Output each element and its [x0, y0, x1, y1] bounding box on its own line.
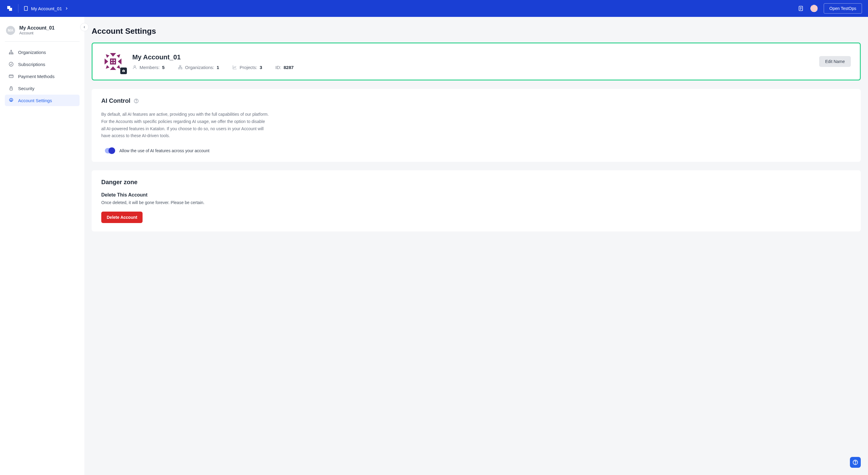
ai-control-title: AI Control [101, 97, 851, 104]
svg-rect-40 [181, 68, 182, 69]
svg-rect-30 [111, 62, 113, 63]
org-icon [178, 65, 183, 70]
ai-features-toggle[interactable] [105, 148, 115, 153]
main-content: Account Settings [84, 17, 868, 475]
sitemap-icon [8, 50, 14, 55]
lock-icon [8, 86, 14, 91]
sidebar-item-subscriptions[interactable]: Subscriptions [5, 59, 80, 70]
ai-control-title-text: AI Control [101, 97, 130, 104]
stat-members: Members: 5 [132, 65, 164, 70]
stat-value: 8287 [284, 65, 293, 70]
building-icon [23, 6, 29, 11]
account-identicon [101, 50, 124, 73]
edit-name-button[interactable]: Edit Name [819, 56, 851, 67]
svg-point-46 [136, 102, 136, 102]
ai-toggle-row: Allow the use of AI features across your… [101, 148, 851, 153]
svg-point-11 [11, 53, 12, 54]
svg-point-37 [134, 66, 135, 67]
stat-label: ID: [276, 65, 281, 70]
help-widget-button[interactable] [850, 457, 861, 468]
stat-label: Projects: [240, 65, 257, 70]
account-summary-card: My Account_01 Members: 5 [92, 42, 861, 81]
svg-point-18 [9, 62, 13, 66]
account-name: My Account_01 [132, 53, 811, 61]
stat-projects: Projects: 3 [232, 65, 262, 70]
user-avatar[interactable] [810, 5, 818, 12]
danger-zone-title: Danger zone [101, 179, 851, 186]
stats-row: Members: 5 Organizations: 1 [132, 65, 811, 70]
sidebar-item-label: Payment Methods [18, 74, 55, 79]
open-testops-button[interactable]: Open TestOps [824, 3, 862, 13]
svg-point-10 [9, 53, 10, 54]
sidebar-item-organizations[interactable]: Organizations [5, 46, 80, 58]
header-divider [18, 4, 19, 13]
chart-icon [232, 65, 237, 70]
stat-id: ID: 8287 [276, 65, 294, 70]
stat-value: 1 [217, 65, 219, 70]
sidebar-item-label: Account Settings [18, 98, 52, 103]
credit-card-icon [8, 73, 14, 79]
app-logo[interactable] [6, 5, 13, 12]
delete-account-description: Once deleted, it will be gone forever. P… [101, 200, 851, 205]
collapse-sidebar-button[interactable] [80, 23, 89, 31]
svg-point-12 [12, 53, 13, 54]
breadcrumb-text: My Account_01 [31, 6, 62, 11]
svg-marker-23 [110, 53, 116, 57]
user-icon [132, 65, 137, 70]
docs-icon[interactable] [797, 5, 804, 12]
top-header: My Account_01 Open TestOps [0, 0, 868, 17]
gear-icon [8, 98, 14, 103]
sidebar: MA My Account_01 Account Organizations S… [0, 17, 84, 475]
svg-marker-26 [110, 66, 116, 70]
check-circle-icon [8, 62, 14, 67]
ai-control-card: AI Control By default, all AI features a… [92, 89, 861, 162]
stat-value: 3 [259, 65, 262, 70]
account-avatar-initials: MA [6, 26, 15, 35]
svg-marker-25 [118, 59, 121, 64]
header-actions: Open TestOps [797, 3, 862, 13]
svg-rect-39 [179, 68, 180, 69]
delete-account-subtitle: Delete This Account [101, 192, 851, 198]
svg-point-22 [10, 100, 12, 101]
svg-point-36 [123, 70, 124, 71]
svg-rect-0 [24, 6, 28, 10]
svg-point-9 [11, 50, 12, 51]
sidebar-item-payment[interactable]: Payment Methods [5, 70, 80, 82]
svg-rect-19 [9, 75, 13, 78]
sidebar-subtitle: Account [19, 31, 55, 35]
sidebar-item-label: Security [18, 86, 34, 91]
svg-marker-34 [106, 65, 110, 69]
svg-rect-28 [111, 60, 113, 61]
chevron-right-icon [64, 6, 69, 10]
svg-rect-38 [180, 65, 181, 67]
change-avatar-button[interactable] [120, 67, 127, 74]
danger-zone-card: Danger zone Delete This Account Once del… [92, 170, 861, 231]
help-circle-icon[interactable] [133, 98, 139, 104]
svg-rect-29 [114, 60, 115, 61]
breadcrumb[interactable]: My Account_01 [23, 6, 69, 11]
page-title: Account Settings [92, 27, 861, 36]
svg-rect-27 [110, 59, 116, 64]
sidebar-item-label: Subscriptions [18, 62, 45, 67]
svg-marker-33 [117, 54, 120, 58]
svg-rect-31 [114, 62, 115, 63]
sidebar-header: MA My Account_01 Account [5, 25, 80, 41]
sidebar-item-label: Organizations [18, 50, 46, 55]
sidebar-item-account-settings[interactable]: Account Settings [5, 95, 80, 106]
stat-label: Organizations: [185, 65, 214, 70]
ai-toggle-label: Allow the use of AI features across your… [119, 148, 210, 153]
svg-rect-21 [10, 88, 13, 90]
svg-marker-32 [106, 54, 110, 58]
ai-control-description: By default, all AI features are active, … [101, 111, 270, 139]
delete-account-button[interactable]: Delete Account [101, 212, 143, 223]
sidebar-nav: Organizations Subscriptions Payment Meth… [5, 46, 80, 106]
stat-value: 5 [162, 65, 164, 70]
stat-label: Members: [140, 65, 160, 70]
stat-organizations: Organizations: 1 [178, 65, 219, 70]
sidebar-title: My Account_01 [19, 25, 55, 31]
svg-marker-24 [104, 59, 108, 64]
svg-marker-35 [117, 65, 120, 69]
sidebar-item-security[interactable]: Security [5, 83, 80, 94]
